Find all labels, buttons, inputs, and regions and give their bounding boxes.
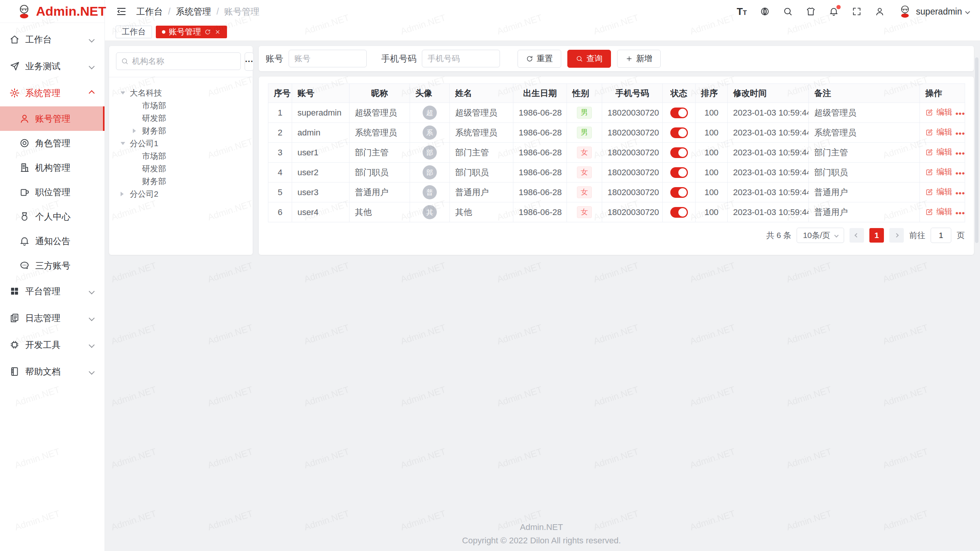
- tree-node[interactable]: 分公司1: [116, 137, 246, 150]
- cell-name: 普通用户: [450, 183, 513, 202]
- edit-button[interactable]: 编辑: [925, 206, 952, 217]
- page-size-select[interactable]: 10条/页: [797, 228, 844, 243]
- column-header[interactable]: 操作: [920, 84, 965, 103]
- cell-birth: 1986-06-28: [513, 103, 567, 123]
- fullscreen-icon[interactable]: [852, 7, 862, 16]
- tree-node[interactable]: 研发部: [116, 162, 246, 175]
- tree-node[interactable]: 分公司2: [116, 187, 246, 200]
- tree-node[interactable]: 大名科技: [116, 86, 246, 99]
- prev-page-button[interactable]: [849, 228, 864, 243]
- status-toggle[interactable]: [670, 167, 688, 178]
- sidebar-item[interactable]: 帮助文档: [0, 358, 105, 385]
- more-actions-button[interactable]: •••: [956, 129, 965, 138]
- avatar: 部: [423, 145, 437, 160]
- column-header[interactable]: 账号: [292, 84, 350, 103]
- column-header[interactable]: 昵称: [350, 84, 410, 103]
- scrollbar-thumb[interactable]: [975, 57, 978, 243]
- column-header[interactable]: 头像: [410, 84, 450, 103]
- collapse-menu-icon[interactable]: [116, 6, 127, 17]
- logo[interactable]: Admin.NET: [0, 0, 105, 23]
- tree-node[interactable]: 财务部: [116, 175, 246, 187]
- menu-label: 三方账号: [35, 260, 95, 272]
- caret-icon[interactable]: [121, 142, 125, 145]
- status-toggle[interactable]: [670, 127, 688, 138]
- goto-page-input[interactable]: [931, 228, 951, 243]
- sidebar-item[interactable]: 个人中心: [0, 204, 105, 229]
- theme-shirt-icon[interactable]: [806, 7, 816, 16]
- tab-account-management[interactable]: 账号管理: [156, 26, 227, 38]
- status-toggle[interactable]: [670, 147, 688, 158]
- breadcrumb-item[interactable]: 工作台: [136, 6, 163, 18]
- sidebar-item[interactable]: 系统管理: [0, 80, 105, 106]
- caret-icon[interactable]: [133, 129, 136, 133]
- org-search-input[interactable]: [132, 57, 236, 66]
- search-icon[interactable]: [783, 7, 793, 16]
- column-header[interactable]: 备注: [809, 84, 920, 103]
- sidebar-item[interactable]: 机构管理: [0, 155, 105, 180]
- tree-node[interactable]: 市场部: [116, 99, 246, 112]
- sidebar-item[interactable]: 职位管理: [0, 180, 105, 204]
- phone-filter-input[interactable]: [422, 50, 500, 67]
- sidebar-item[interactable]: 开发工具: [0, 331, 105, 358]
- refresh-icon[interactable]: [204, 29, 211, 35]
- column-header[interactable]: 序号: [268, 84, 292, 103]
- org-more-button[interactable]: ···: [245, 52, 254, 71]
- account-filter-input[interactable]: [289, 50, 367, 67]
- cell-name: 系统管理员: [450, 123, 513, 143]
- sidebar-item[interactable]: 通知公告: [0, 229, 105, 253]
- close-icon[interactable]: [214, 29, 221, 35]
- more-actions-button[interactable]: •••: [956, 189, 965, 198]
- tree-node[interactable]: 市场部: [116, 150, 246, 162]
- breadcrumb-item[interactable]: 系统管理: [176, 6, 211, 18]
- more-actions-button[interactable]: •••: [956, 109, 965, 118]
- next-page-button[interactable]: [889, 228, 904, 243]
- sidebar-item[interactable]: 业务测试: [0, 53, 105, 80]
- status-toggle[interactable]: [670, 108, 688, 118]
- status-toggle[interactable]: [670, 187, 688, 198]
- font-size-icon[interactable]: TT: [737, 7, 747, 16]
- cell-status: [663, 123, 696, 143]
- column-header[interactable]: 出生日期: [513, 84, 567, 103]
- accounts-table: 序号账号昵称头像姓名出生日期性别手机号码状态排序修改时间备注操作 1 super…: [268, 83, 965, 222]
- caret-icon[interactable]: [121, 91, 125, 95]
- more-actions-button[interactable]: •••: [956, 169, 965, 178]
- cell-phone: 18020030720: [602, 123, 663, 143]
- org-search-box[interactable]: [116, 52, 241, 70]
- tab-workbench[interactable]: 工作台: [116, 26, 152, 38]
- sidebar-item[interactable]: 平台管理: [0, 278, 105, 305]
- edit-button[interactable]: 编辑: [925, 166, 952, 177]
- column-header[interactable]: 手机号码: [602, 84, 663, 103]
- more-actions-button[interactable]: •••: [956, 149, 965, 158]
- language-icon[interactable]: [760, 7, 770, 16]
- status-toggle[interactable]: [670, 207, 688, 218]
- sidebar-item[interactable]: 工作台: [0, 26, 105, 53]
- column-header[interactable]: 性别: [567, 84, 602, 103]
- current-page[interactable]: 1: [869, 228, 884, 243]
- notification-bell-icon[interactable]: [829, 7, 839, 16]
- edit-button[interactable]: 编辑: [925, 107, 952, 117]
- menu-icon: [9, 366, 20, 377]
- user-menu[interactable]: superadmin: [898, 4, 969, 19]
- edit-button[interactable]: 编辑: [925, 186, 952, 197]
- tree-caret-box: [121, 91, 130, 95]
- sidebar-item[interactable]: 日志管理: [0, 305, 105, 331]
- reset-button[interactable]: 重置: [518, 50, 561, 68]
- more-actions-button[interactable]: •••: [956, 209, 965, 218]
- sidebar-item[interactable]: 三方账号: [0, 253, 105, 278]
- add-button[interactable]: 新增: [617, 50, 661, 68]
- sidebar-item[interactable]: 账号管理: [0, 106, 105, 131]
- column-header[interactable]: 状态: [663, 84, 696, 103]
- edit-button[interactable]: 编辑: [925, 127, 952, 137]
- menu-label: 帮助文档: [25, 366, 90, 378]
- column-header[interactable]: 排序: [696, 84, 728, 103]
- column-header[interactable]: 姓名: [450, 84, 513, 103]
- caret-icon[interactable]: [121, 192, 124, 196]
- column-header[interactable]: 修改时间: [728, 84, 809, 103]
- query-button[interactable]: 查询: [567, 50, 611, 68]
- sidebar-item[interactable]: 角色管理: [0, 131, 105, 155]
- tree-node[interactable]: 财务部: [116, 124, 246, 137]
- tab-label: 工作台: [122, 26, 146, 37]
- account-icon[interactable]: [875, 7, 885, 16]
- edit-button[interactable]: 编辑: [925, 147, 952, 157]
- tree-node[interactable]: 研发部: [116, 112, 246, 124]
